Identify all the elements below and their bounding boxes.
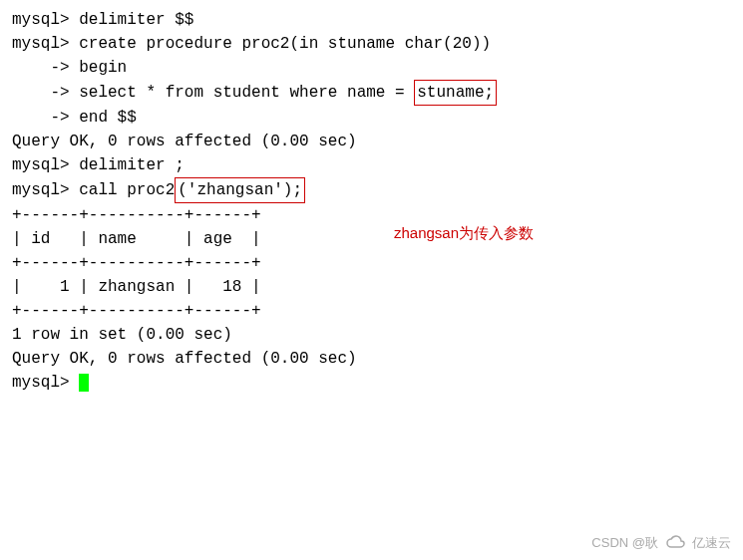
prompt-text: mysql>: [12, 374, 79, 392]
terminal-line: Query OK, 0 rows affected (0.00 sec): [12, 347, 731, 371]
terminal-text: mysql> call proc2: [12, 181, 175, 199]
cloud-icon: [664, 535, 686, 549]
terminal-prompt[interactable]: mysql>: [12, 371, 731, 395]
watermark: CSDN @耿 亿速云: [591, 533, 731, 553]
terminal-line: mysql> delimiter $$: [12, 8, 731, 32]
table-border: +------+----------+------+: [12, 203, 731, 227]
terminal-line: mysql> call proc2('zhangsan');: [12, 177, 731, 203]
highlight-box-stuname: stuname;: [414, 80, 497, 106]
terminal-line: 1 row in set (0.00 sec): [12, 323, 731, 347]
terminal-line: -> select * from student where name = st…: [12, 80, 731, 106]
table-header: | id | name | age |: [12, 227, 731, 251]
cursor-icon: [79, 374, 89, 392]
terminal-line: -> end $$: [12, 106, 731, 130]
highlight-box-param: ('zhangsan');: [175, 177, 305, 203]
annotation-text: zhangsan为传入参数: [394, 222, 534, 245]
table-border: +------+----------+------+: [12, 299, 731, 323]
watermark-text-csdn: CSDN @耿: [591, 533, 658, 553]
terminal-line: mysql> delimiter ;: [12, 153, 731, 177]
terminal-text: -> select * from student where name =: [12, 84, 414, 102]
watermark-text-brand: 亿速云: [692, 533, 731, 553]
terminal-line: -> begin: [12, 56, 731, 80]
table-row: | 1 | zhangsan | 18 |: [12, 275, 731, 299]
terminal-line: Query OK, 0 rows affected (0.00 sec): [12, 130, 731, 153]
terminal-line: mysql> create procedure proc2(in stuname…: [12, 32, 731, 56]
table-border: +------+----------+------+: [12, 251, 731, 275]
